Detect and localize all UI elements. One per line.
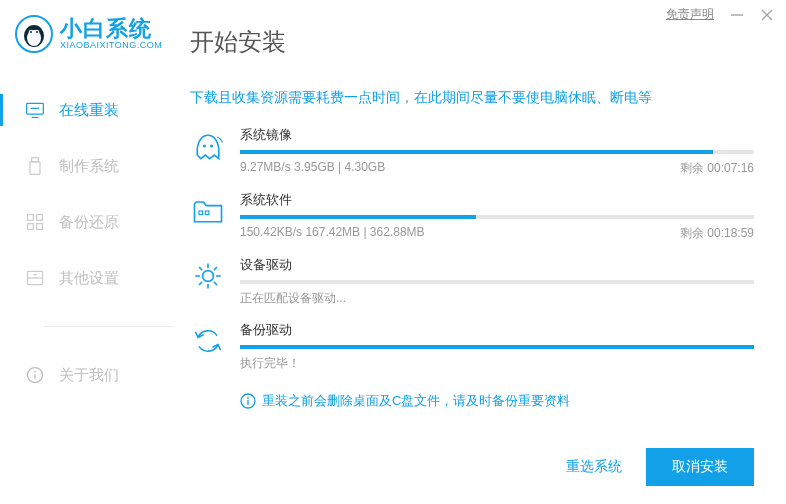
nav-divider (44, 326, 174, 327)
logo-icon (14, 14, 54, 54)
svg-point-26 (210, 145, 213, 148)
svg-line-35 (214, 282, 217, 285)
svg-point-9 (36, 31, 38, 33)
task-remain: 剩余 00:07:16 (680, 160, 754, 177)
page-title: 开始安装 (190, 26, 754, 58)
svg-rect-16 (37, 215, 43, 221)
svg-point-39 (247, 397, 249, 399)
task-device-driver: 设备驱动 正在匹配设备驱动... (190, 256, 754, 307)
svg-rect-17 (28, 224, 34, 230)
task-status: 150.42KB/s 167.42MB | 362.88MB (240, 225, 425, 242)
drawer-icon (25, 268, 45, 288)
info-icon (25, 365, 45, 385)
sidebar-item-label: 关于我们 (59, 366, 119, 385)
intro-text: 下载且收集资源需要耗费一点时间，在此期间尽量不要使电脑休眠、断电等 (190, 86, 754, 108)
warning-message: 重装之前会删除桌面及C盘文件，请及时备份重要资料 (240, 392, 754, 410)
task-status: 执行完毕！ (240, 355, 300, 372)
sidebar-item-label: 备份还原 (59, 213, 119, 232)
monitor-icon (25, 100, 45, 120)
progress-bar (240, 150, 754, 154)
progress-bar (240, 215, 754, 219)
logo-sub: XIAOBAIXITONG.COM (60, 41, 162, 51)
sidebar-item-label: 其他设置 (59, 269, 119, 288)
usb-icon (25, 156, 45, 176)
svg-rect-13 (32, 158, 39, 162)
task-system-image: 系统镜像 9.27MB/s 3.95GB | 4.30GB 剩余 00:07:1… (190, 126, 754, 177)
svg-point-8 (30, 31, 32, 33)
sidebar-item-label: 在线重装 (59, 101, 119, 120)
progress-bar (240, 345, 754, 349)
svg-rect-28 (205, 211, 209, 215)
reselect-system-button[interactable]: 重选系统 (566, 458, 622, 476)
refresh-icon (190, 323, 226, 359)
svg-line-34 (199, 267, 202, 270)
task-title: 设备驱动 (240, 256, 754, 274)
sidebar-item-make-system[interactable]: 制作系统 (0, 150, 178, 182)
task-backup-driver: 备份驱动 执行完毕！ (190, 321, 754, 372)
cancel-install-button[interactable]: 取消安装 (646, 448, 754, 486)
sidebar-item-other-settings[interactable]: 其他设置 (0, 262, 178, 294)
folder-icon (190, 193, 226, 229)
logo-name: 小白系统 (60, 17, 162, 41)
svg-point-25 (203, 145, 206, 148)
svg-rect-15 (28, 215, 34, 221)
gear-icon (190, 258, 226, 294)
sidebar-item-online-reinstall[interactable]: 在线重装 (0, 94, 178, 126)
svg-line-36 (214, 267, 217, 270)
task-title: 系统镜像 (240, 126, 754, 144)
task-title: 系统软件 (240, 191, 754, 209)
svg-rect-18 (37, 224, 43, 230)
task-system-software: 系统软件 150.42KB/s 167.42MB | 362.88MB 剩余 0… (190, 191, 754, 242)
progress-bar (240, 280, 754, 284)
sidebar-item-backup-restore[interactable]: 备份还原 (0, 206, 178, 238)
progress-fill (240, 215, 476, 219)
svg-point-23 (34, 371, 36, 373)
svg-point-29 (203, 271, 214, 282)
progress-fill (240, 150, 713, 154)
task-title: 备份驱动 (240, 321, 754, 339)
warning-text: 重装之前会删除桌面及C盘文件，请及时备份重要资料 (262, 392, 570, 410)
task-status: 9.27MB/s 3.95GB | 4.30GB (240, 160, 385, 177)
svg-rect-27 (199, 211, 203, 215)
grid-icon (25, 212, 45, 232)
svg-rect-14 (30, 162, 40, 175)
main-content: 开始安装 下载且收集资源需要耗费一点时间，在此期间尽量不要使电脑休眠、断电等 系… (178, 0, 786, 504)
sidebar-item-about-us[interactable]: 关于我们 (0, 359, 178, 391)
info-outline-icon (240, 393, 256, 409)
task-status: 正在匹配设备驱动... (240, 290, 346, 307)
ghost-icon (190, 128, 226, 164)
svg-line-37 (199, 282, 202, 285)
sidebar-item-label: 制作系统 (59, 157, 119, 176)
sidebar: 小白系统 XIAOBAIXITONG.COM 在线重装 制作系统 备份还原 (0, 0, 178, 504)
progress-fill (240, 345, 754, 349)
task-remain: 剩余 00:18:59 (680, 225, 754, 242)
logo: 小白系统 XIAOBAIXITONG.COM (0, 14, 178, 54)
